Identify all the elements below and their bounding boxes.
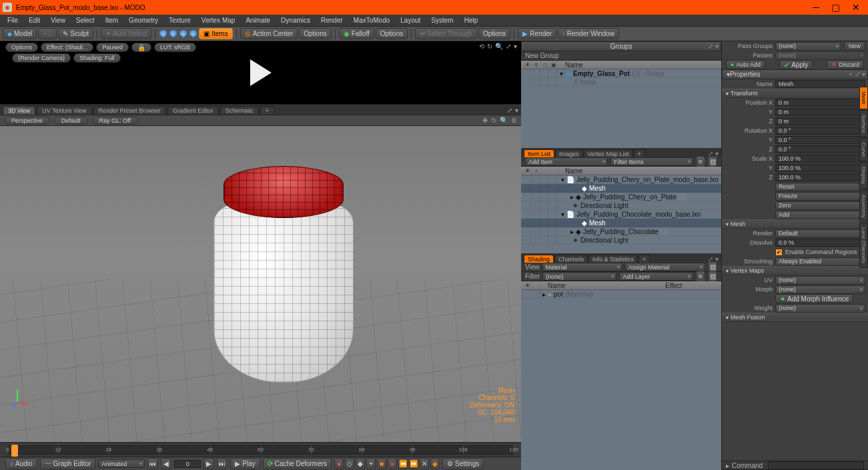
audio-button[interactable]: ♪Audio (5, 458, 37, 469)
key-skip-fwd[interactable]: ⏩ (409, 458, 418, 469)
scale-y-input[interactable]: 100.0 % (775, 164, 865, 172)
props-menu-icon[interactable]: ▾ (862, 71, 865, 78)
mesh-section[interactable]: Mesh (722, 219, 868, 229)
filter-toggle[interactable]: ≡ (696, 156, 705, 167)
shading-tree[interactable]: ▸● pot(Material) (521, 290, 721, 470)
preview-lock[interactable]: 🔒 (131, 43, 151, 52)
model-button[interactable]: Model (3, 28, 37, 39)
sidetab-assembly[interactable]: Assembly (859, 190, 868, 223)
il-col-add[interactable]: + (532, 167, 541, 175)
select-through-button[interactable]: ⇄Select Through (415, 28, 477, 39)
scale-z-input[interactable]: 100.0 % (775, 173, 865, 181)
menu-file[interactable]: File (3, 15, 23, 25)
minimize-button[interactable]: ─ (813, 3, 819, 12)
sidetab-lane[interactable]: Lane Channels (859, 223, 868, 268)
pos-y-input[interactable]: 0 m (775, 108, 865, 116)
sh-col-vis[interactable]: 👁 (524, 281, 532, 290)
menu-view[interactable]: View (46, 15, 70, 25)
new-group-button[interactable]: New Group (525, 52, 559, 59)
tab-channels[interactable]: Channels (554, 255, 588, 263)
perspective-dropdown[interactable]: Perspective (4, 117, 50, 125)
viewport-menu-icon[interactable]: ▾ (515, 107, 518, 114)
meshfusion-section[interactable]: Mesh Fusion (722, 313, 868, 322)
cache-deformers-button[interactable]: ⟳Cache Deformers (263, 458, 332, 469)
animated-dropdown[interactable]: Animated (98, 459, 145, 468)
dissolve-input[interactable]: 0.0 % (775, 239, 865, 247)
tab-add[interactable]: + (260, 106, 274, 115)
polygons-icon[interactable] (179, 30, 187, 38)
refresh-icon[interactable]: ↻ (487, 43, 492, 50)
edges-icon[interactable] (169, 30, 177, 38)
gear-icon[interactable]: ⚙ (511, 117, 517, 124)
frame-input[interactable]: 0 (174, 460, 201, 468)
menu-help[interactable]: Help (460, 15, 483, 25)
menu-geometry[interactable]: Geometry (124, 15, 163, 25)
freeze-dropdown[interactable]: Freeze (775, 192, 865, 201)
f2-button[interactable]: F2 (38, 28, 57, 39)
preview-effect[interactable]: Effect: (Shadi... (41, 43, 93, 52)
zero-dropdown[interactable]: Zero (775, 201, 865, 210)
render-window-button[interactable]: ▫Render Window (558, 28, 619, 39)
key-opts-button[interactable]: ◆ (430, 458, 440, 469)
reset-dropdown[interactable]: Reset (775, 183, 865, 191)
zoom-icon[interactable]: 🔍 (495, 43, 503, 50)
materials-icon[interactable] (189, 30, 197, 38)
preview-shading[interactable]: Shading: Full (73, 53, 121, 63)
key-next-button[interactable]: ◆ (356, 458, 365, 469)
add-dropdown[interactable]: Add (775, 211, 865, 219)
axis-gizmo[interactable] (11, 389, 31, 409)
tab-add-itemlist[interactable]: + (634, 149, 645, 157)
tab-schematic[interactable]: Schematic (220, 106, 259, 115)
timeline-track[interactable]: 01224364860728496108120 (7, 445, 514, 455)
menu-edit[interactable]: Edit (24, 15, 45, 25)
render-button[interactable]: ▶Render (518, 28, 556, 39)
apply-button[interactable]: ✔Apply (779, 60, 813, 69)
zoom-view-icon[interactable]: 🔍 (500, 117, 508, 124)
item-row[interactable]: ▸◆Jelly_Pudding_Chery_on_Plate (2) (521, 193, 721, 201)
uv-dropdown[interactable]: (none) (775, 276, 865, 285)
go-start-button[interactable]: ⏮ (147, 458, 158, 469)
menu-texture[interactable]: Texture (164, 15, 195, 25)
item-row[interactable]: ▾📄Jelly_Pudding_Chocolate_modo_base.lxo (521, 210, 721, 219)
sidetab-surface[interactable]: Surface (859, 110, 868, 138)
tab-3dview[interactable]: 3D View (3, 106, 35, 115)
options-button-1[interactable]: Options (299, 28, 331, 39)
move-icon[interactable]: ✥ (482, 117, 488, 124)
items-button[interactable]: ▣Items (199, 28, 232, 39)
tab-itemlist[interactable]: Item List (524, 149, 554, 157)
filter-items-dropdown[interactable]: Filter Items (610, 157, 693, 166)
item-row[interactable]: ◆Mesh (521, 184, 721, 193)
menu-item[interactable]: Item (101, 15, 123, 25)
sidetab-display[interactable]: Display (859, 162, 868, 189)
go-end-button[interactable]: ⏭ (217, 458, 228, 469)
play-preview-button[interactable] (250, 59, 272, 86)
menu-layout[interactable]: Layout (396, 15, 425, 25)
tab-vertexmaplist[interactable]: Vertex Map List (584, 149, 633, 157)
new-pass-button[interactable]: New (844, 41, 865, 51)
menu-dynamics[interactable]: Dynamics (276, 15, 315, 25)
preview-options[interactable]: Options (5, 43, 38, 52)
mesh-object[interactable] (213, 166, 354, 386)
weight-dropdown[interactable]: (none) (775, 304, 865, 313)
rotate-icon[interactable]: ↻ (491, 117, 496, 124)
menu-icon[interactable]: ▾ (514, 43, 517, 50)
menu-select[interactable]: Select (71, 15, 99, 25)
groups-tree[interactable]: ▾▣ Empty_Glass_Pot(3): Group 0 Items (521, 69, 721, 148)
col-vis-icon[interactable]: 👁 (524, 61, 532, 69)
tab-render-preset[interactable]: Render Preset Browser (93, 106, 167, 115)
record-button[interactable]: ● (334, 458, 344, 469)
col-color-icon[interactable]: ▣ (550, 61, 558, 69)
props-add-icon[interactable]: + (849, 71, 853, 78)
item-row[interactable]: ☀Directional Light (521, 201, 721, 210)
shading-dropdown[interactable]: Default (54, 117, 88, 125)
shading-filter-dropdown[interactable]: (none) (542, 272, 616, 281)
add-layer-dropdown[interactable]: Add Layer (619, 272, 693, 281)
smoothing-dropdown[interactable]: Always Enabled (775, 257, 865, 266)
shading-opt2[interactable]: ≡ (696, 271, 705, 282)
menu-system[interactable]: System (426, 15, 458, 25)
playhead[interactable] (11, 445, 18, 457)
il-col-vis[interactable]: 👁 (524, 167, 532, 175)
rot-x-input[interactable]: 0.0 ° (775, 127, 865, 135)
item-row[interactable]: ◆Mesh (521, 219, 721, 227)
props-expand-icon[interactable]: ⤢ (855, 71, 860, 78)
